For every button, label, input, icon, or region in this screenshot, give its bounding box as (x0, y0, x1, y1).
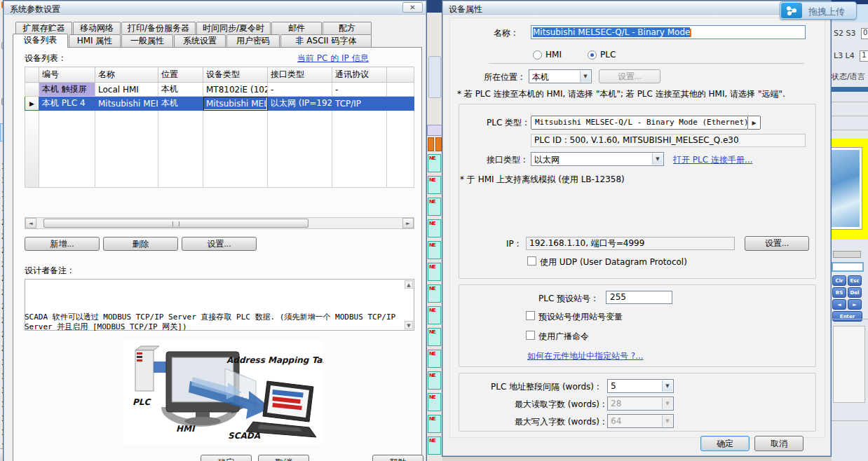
keypad-enter-button[interactable]: Enter (832, 311, 862, 322)
current-pc-ip-link[interactable]: 当前 PC 的 IP 信息 (297, 53, 369, 64)
tab-recipe[interactable]: 配方 (323, 22, 372, 34)
language-value-field[interactable]: 1 (860, 50, 868, 62)
state-value-field[interactable]: 0 (861, 28, 868, 39)
col-header-device-type[interactable]: 设备类型 (203, 67, 268, 83)
interval-dropdown[interactable]: 5 ▼ (607, 379, 674, 393)
object-list-item[interactable]: NE (428, 436, 441, 455)
ok-button[interactable]: 确定 (700, 436, 750, 451)
keypad-bs-button[interactable]: BS (832, 287, 846, 298)
object-list-item[interactable]: NE (428, 371, 441, 390)
col-header-protocol[interactable]: 通讯协议 (332, 67, 387, 83)
table-horizontal-scrollbar[interactable]: ◄ ► (25, 217, 414, 229)
cell-location[interactable]: 本机 (158, 97, 203, 111)
scroll-up-icon[interactable]: ▲ (405, 280, 413, 289)
add-device-button[interactable]: 新增... (25, 237, 100, 251)
keypad-right-button[interactable]: ► (848, 299, 862, 310)
ip-settings-button[interactable]: 设置... (745, 236, 809, 251)
dialog-titlebar[interactable]: 设备属性 (443, 1, 830, 15)
chevron-down-icon[interactable]: ▼ (662, 380, 672, 392)
cell-location[interactable]: 本机 (158, 83, 203, 97)
chevron-down-icon[interactable]: ▼ (580, 71, 590, 82)
interface-type-dropdown[interactable]: 以太网 ▼ (531, 152, 664, 166)
object-list-item[interactable]: NE (428, 176, 441, 194)
object-list-item[interactable]: NE (428, 393, 441, 411)
cancel-button[interactable]: 取消 (754, 436, 803, 451)
col-header-no[interactable]: 编号 (39, 67, 95, 83)
object-list-item[interactable]: NE (428, 306, 441, 324)
cell-no[interactable]: 本机 PLC 4 (39, 97, 95, 111)
tab-print-backup-server[interactable]: 打印/备份服务器 (121, 22, 196, 34)
cell-name[interactable]: Local HMI (95, 83, 158, 97)
scroll-left-icon[interactable]: ◄ (25, 218, 36, 228)
col-header-location[interactable]: 位置 (158, 67, 203, 83)
object-list-item[interactable]: NE (428, 415, 441, 433)
object-list-item[interactable]: NE (428, 219, 441, 238)
keypad-del-button[interactable]: Del (848, 287, 862, 298)
object-list-item[interactable]: NE (428, 263, 441, 281)
location-dropdown[interactable]: 本机 ▼ (529, 69, 592, 83)
plc-manual-link[interactable]: 打开 PLC 连接手册... (673, 154, 752, 166)
delete-device-button[interactable]: 删除 (103, 237, 178, 251)
station-variable-checkbox[interactable] (526, 311, 535, 320)
col-header-interface[interactable]: 接口类型 (268, 67, 332, 83)
location-settings-button[interactable]: 设置... (599, 69, 660, 83)
window-thumbnail[interactable] (832, 147, 862, 230)
max-write-dropdown[interactable]: 64 ▼ (607, 414, 674, 428)
keypad-input[interactable] (832, 262, 864, 272)
default-station-input[interactable]: 255 (606, 291, 672, 304)
object-list-item[interactable]: NE (428, 350, 441, 368)
object-list-item[interactable]: NE (428, 328, 441, 346)
hmi-radio[interactable] (533, 50, 542, 60)
tab-email[interactable]: 邮件 (271, 22, 322, 34)
tab-extended-memory[interactable]: 扩展存贮器 (15, 22, 72, 34)
cell-protocol[interactable]: - (332, 83, 387, 97)
help-button[interactable]: 帮助 (372, 455, 423, 461)
table-row[interactable]: 本机 触摸屏 Local HMI 本机 MT8102iE (102... - - (25, 83, 414, 97)
device-name-input[interactable]: Mitsubishi MELSEC-Q/L - Binary Mode (531, 25, 806, 39)
tab-device-list[interactable]: 设备列表 (13, 34, 68, 48)
cell-device-type[interactable]: MT8102iE (102... (203, 83, 268, 97)
tab-cellular[interactable]: 移动网络 (73, 22, 121, 34)
scroll-right-icon[interactable]: ► (402, 218, 414, 228)
tab-non-ascii-fonts[interactable]: 非 ASCII 码字体 (280, 34, 372, 47)
drag-upload-button[interactable]: 拖拽上传 (780, 1, 857, 20)
max-read-dropdown[interactable]: 28 ▼ (607, 397, 674, 411)
tab-system-settings[interactable]: 系统设置 (174, 34, 226, 47)
station-help-link[interactable]: 如何在元件地址中指定站号 ?... (527, 350, 644, 362)
keypad-esc-button[interactable]: Esc (848, 275, 862, 286)
plc-type-button[interactable]: Mitsubishi MELSEC-Q/L - Binary Mode (Eth… (531, 116, 748, 130)
object-list-item[interactable]: NE (428, 154, 441, 172)
ok-button[interactable]: 确定 (201, 455, 252, 461)
keypad-left-button[interactable]: ◄ (832, 299, 846, 310)
cancel-button[interactable]: 取消 (258, 455, 309, 461)
udp-checkbox-label[interactable]: 使用 UDP (User Datagram Protocol) (540, 256, 687, 268)
ip-address-field[interactable]: 192.168.1.10, 端口号=4999 (526, 237, 735, 250)
cell-interface[interactable]: - (268, 83, 332, 97)
cell-name[interactable]: Mitsubishi MEL... (95, 97, 158, 111)
dialog-titlebar[interactable]: 系统参数设置 ✕ (4, 1, 426, 15)
tab-general-properties[interactable]: 一般属性 (121, 34, 173, 47)
cell-no[interactable]: 本机 触摸屏 (39, 83, 95, 97)
object-list-item[interactable]: NE (428, 284, 441, 303)
hmi-radio-label[interactable]: HMI (545, 50, 562, 60)
plc-radio-label[interactable]: PLC (600, 50, 616, 60)
tab-time-sync-dst[interactable]: 时间同步/夏令时 (196, 22, 271, 34)
keypad-clr-button[interactable]: Clr (832, 275, 846, 286)
udp-checkbox[interactable] (527, 256, 536, 266)
chevron-down-icon[interactable]: ▼ (652, 153, 663, 165)
device-settings-button[interactable]: 设置... (182, 237, 257, 251)
tab-user-password[interactable]: 用户密码 (226, 34, 280, 47)
object-list-item[interactable]: NE (428, 241, 441, 259)
expand-arrow-icon[interactable]: ▶ (748, 116, 761, 130)
table-row-selected[interactable]: ▶ 本机 PLC 4 Mitsubishi MEL... 本机 Mitsubis… (25, 97, 414, 111)
station-variable-label[interactable]: 预设站号使用站号变量 (538, 311, 623, 323)
tab-hmi-properties[interactable]: HMI 属性 (69, 34, 121, 47)
cell-protocol[interactable]: TCP/IP (332, 97, 387, 111)
cell-interface[interactable]: 以太网 (IP=192... (268, 97, 332, 111)
broadcast-checkbox[interactable] (526, 331, 535, 340)
col-header-name[interactable]: 名称 (95, 67, 158, 83)
plc-radio[interactable] (588, 50, 597, 60)
cell-device-type-focused[interactable]: Mitsubishi MEL... (203, 97, 268, 111)
object-list-item[interactable]: NE (428, 198, 441, 216)
broadcast-label[interactable]: 使用广播命令 (538, 331, 589, 343)
